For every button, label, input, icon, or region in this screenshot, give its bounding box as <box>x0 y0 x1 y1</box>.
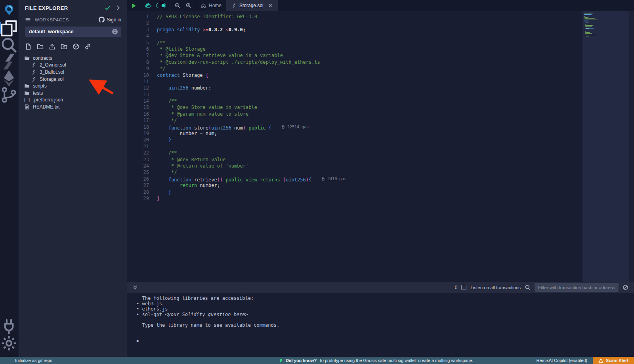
braces-icon: { } <box>24 97 30 103</box>
upload-file-icon[interactable] <box>49 43 55 50</box>
workspace-name: default_workspace <box>29 29 112 34</box>
tree-item-label: .prettierrc.json <box>33 97 63 103</box>
cube-icon[interactable] <box>73 43 79 50</box>
code-line-4: 4 <box>127 33 582 39</box>
copilot-toggle[interactable] <box>156 3 166 8</box>
terminal-text: Type the library name to see available c… <box>136 322 279 328</box>
close-icon[interactable] <box>268 3 273 8</box>
tree-item-.prettierrc.json[interactable]: { }.prettierrc.json <box>19 97 127 104</box>
workspaces-label: WORKSPACES <box>35 17 99 22</box>
library-link[interactable]: ethers.js <box>142 306 168 312</box>
tree-item-Storage.sol[interactable]: Storage.sol <box>19 76 127 83</box>
clear-console-icon[interactable] <box>623 284 628 290</box>
terminal: 0 Listen on all transactions The followi… <box>127 282 634 357</box>
sign-in-button[interactable]: Sign in <box>99 17 121 23</box>
run-script-button[interactable] <box>131 3 137 9</box>
rail-item-solidity-compiler[interactable] <box>0 53 18 70</box>
terminal-controls: 0 Listen on all transactions <box>455 283 628 292</box>
new-folder-icon[interactable] <box>37 43 44 50</box>
library-link[interactable]: web3.js <box>142 301 162 307</box>
icon-rail <box>0 0 18 357</box>
scam-alert-button[interactable]: Scam Alert <box>593 357 634 364</box>
link-icon[interactable] <box>84 43 91 50</box>
tree-item-contracts[interactable]: contracts <box>19 55 127 62</box>
transaction-filter-input[interactable] <box>535 283 619 292</box>
tree-item-README.txt[interactable]: README.txt <box>19 103 127 111</box>
zoom-in-icon[interactable] <box>185 2 192 9</box>
code-line-20: 20 } <box>127 137 582 143</box>
terminal-line: • web3.js <box>136 301 634 307</box>
tree-item-label: 2_Owner.sol <box>40 62 66 68</box>
editor-scrollbar[interactable] <box>629 11 634 282</box>
copilot-status[interactable]: RemixAI Copilot (enabled) <box>537 358 587 363</box>
workspace-select[interactable]: default_workspace <box>25 27 121 37</box>
terminal-line: • ethers.js <box>136 307 634 312</box>
tab-Storage.sol[interactable]: Storage.sol <box>227 0 278 11</box>
listen-checkbox[interactable] <box>461 285 466 290</box>
status-bar: Initialize as git repo Did you know? To … <box>0 357 634 364</box>
rail-item-git[interactable] <box>0 86 18 103</box>
line-number: 6 <box>127 46 149 52</box>
rail-item-plugin-manager[interactable] <box>0 318 18 335</box>
tab-label: Home <box>209 3 222 8</box>
folder-open-icon <box>24 55 30 61</box>
code-line-8: 8 * @custom:dev-run-script ./scripts/dep… <box>127 59 582 65</box>
tree-item-scripts[interactable]: scripts <box>19 82 127 90</box>
code-line-7: 7 * @dev Store & retrieve value in a var… <box>127 52 582 59</box>
code-line-10: 10contract Storage { <box>127 72 582 78</box>
folder-icon <box>24 90 30 96</box>
code-line-22: 22 /** <box>127 150 582 156</box>
solidity-icon <box>31 69 36 75</box>
terminal-prompt[interactable]: > <box>136 339 634 344</box>
line-number: 16 <box>127 111 149 117</box>
file-tree: contracts2_Owner.sol3_Ballot.solStorage.… <box>19 53 127 111</box>
code-line-2: 2 <box>127 20 582 26</box>
code-line-12: 12 uint256 number; <box>127 85 582 91</box>
terminal-line: Type the library name to see available c… <box>136 323 634 328</box>
file-explorer-icon <box>0 19 18 37</box>
terminal-output[interactable]: The following libraries are accessible:•… <box>127 293 634 357</box>
rail-item-search[interactable] <box>0 36 18 53</box>
terminal-lines: The following libraries are accessible:•… <box>136 296 634 328</box>
line-number: 13 <box>127 91 149 98</box>
minimap-bars <box>582 11 629 38</box>
code-line-29: 29} <box>127 195 582 202</box>
rail-item-deploy-run[interactable] <box>0 70 18 86</box>
code-line-16: 16 * @param num value to store <box>127 111 582 117</box>
minimap[interactable] <box>582 11 629 282</box>
line-number: 18 <box>127 124 149 130</box>
tree-item-tests[interactable]: tests <box>19 90 127 97</box>
chevron-right-icon[interactable] <box>115 5 121 11</box>
zoom-out-icon[interactable] <box>174 2 181 9</box>
line-number: 2 <box>127 20 149 26</box>
new-file-icon[interactable] <box>25 43 32 50</box>
terminal-line: The following libraries are accessible: <box>136 296 634 301</box>
line-number: 12 <box>127 85 149 91</box>
tab-Home[interactable]: Home <box>196 0 227 11</box>
plugin-manager-icon <box>0 318 18 335</box>
remix-logo-icon <box>3 4 15 16</box>
terminal-header: 0 Listen on all transactions <box>127 282 634 293</box>
line-number: 19 <box>127 130 149 137</box>
workspace-caret-icon <box>112 29 118 35</box>
file-text-icon <box>24 104 30 110</box>
rail-item-remix-logo[interactable] <box>0 0 18 20</box>
line-number: 8 <box>127 59 149 65</box>
rail-item-file-explorer[interactable] <box>0 20 18 36</box>
tree-item-3_Ballot.sol[interactable]: 3_Ballot.sol <box>19 69 127 76</box>
code-line-14: 14 /** <box>127 98 582 104</box>
search-icon[interactable] <box>525 284 531 290</box>
terminal-collapse-icon[interactable] <box>132 284 138 290</box>
ai-robot-icon[interactable] <box>145 2 151 9</box>
hamburger-menu-icon[interactable] <box>25 17 31 23</box>
upload-folder-icon[interactable] <box>61 43 67 50</box>
terminal-text: The following libraries are accessible: <box>136 295 254 301</box>
terminal-text: • <box>136 301 142 307</box>
git-init-button[interactable]: Initialize as git repo <box>0 358 52 363</box>
tree-item-2_Owner.sol[interactable]: 2_Owner.sol <box>19 62 127 69</box>
code-line-23: 23 * @dev Return value <box>127 156 582 163</box>
rail-item-settings[interactable] <box>0 335 18 351</box>
line-number: 15 <box>127 104 149 111</box>
tree-item-label: Storage.sol <box>40 76 64 82</box>
code-editor[interactable]: 1// SPDX-License-Identifier: GPL-3.023pr… <box>127 11 634 282</box>
